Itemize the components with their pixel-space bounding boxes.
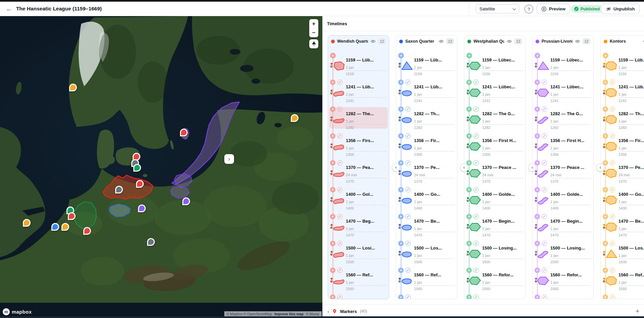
insert-event-button[interactable]: + xyxy=(603,187,608,192)
insert-event-button[interactable]: + xyxy=(603,133,608,139)
timeline-event[interactable]: 1282 — The G...1 jan1282 xyxy=(464,110,525,130)
hidden-event-icon[interactable] xyxy=(405,268,411,273)
timeline-event[interactable]: 1400 — Golde...1 jan1400 xyxy=(464,191,525,211)
map-marker-gray[interactable] xyxy=(115,186,123,193)
insert-event-button[interactable]: + xyxy=(535,214,540,219)
map-marker-purple[interactable] xyxy=(138,205,146,212)
insert-event-button[interactable]: + xyxy=(466,268,472,273)
prussian-region-south[interactable] xyxy=(171,186,189,198)
timeline-event[interactable]: 1356 — Fir...1 jan1356 xyxy=(396,137,457,157)
hidden-event-icon[interactable] xyxy=(542,106,547,112)
insert-event-button[interactable]: + xyxy=(603,241,608,246)
timeline-event[interactable]: 1159 — Lüb...1 jan1159 xyxy=(396,57,457,76)
hidden-event-icon[interactable] xyxy=(405,187,411,192)
zoom-out-button[interactable]: − xyxy=(309,28,318,37)
map-marker-purple[interactable] xyxy=(182,197,190,205)
insert-event-button[interactable]: + xyxy=(466,106,472,112)
hidden-event-icon[interactable] xyxy=(405,160,411,166)
hidden-event-icon[interactable] xyxy=(405,80,411,85)
hidden-event-icon[interactable] xyxy=(542,294,547,299)
collapse-column-button[interactable]: ‹ xyxy=(596,164,604,172)
visibility-icon[interactable] xyxy=(370,39,376,44)
map-canvas[interactable]: + − › m mapbox © Mapbox © OpenStreetMap … xyxy=(0,16,322,318)
timeline-event[interactable]: 1470 — Beg...1 jan1470 xyxy=(328,218,389,237)
insert-event-button[interactable]: + xyxy=(603,214,608,219)
hidden-event-icon[interactable] xyxy=(337,106,342,112)
timeline-column-header[interactable]: Kontors12 xyxy=(601,36,644,47)
compass-button[interactable] xyxy=(309,39,318,48)
hidden-event-icon[interactable] xyxy=(405,106,411,112)
hidden-event-icon[interactable] xyxy=(337,80,342,85)
insert-event-button[interactable]: + xyxy=(466,80,472,85)
markers-expand-chevron[interactable]: › xyxy=(327,309,329,314)
timeline-event[interactable]: 1500 — Los...1 jan1500 xyxy=(396,245,457,264)
visibility-icon[interactable] xyxy=(575,39,580,44)
insert-event-button[interactable]: + xyxy=(535,80,540,85)
timeline-event[interactable]: 1500 — Losi...1 jan1500 xyxy=(328,245,389,264)
insert-event-button[interactable]: + xyxy=(330,187,335,192)
insert-event-button[interactable]: + xyxy=(535,294,540,299)
hidden-event-icon[interactable] xyxy=(610,106,615,112)
timeline-event[interactable]: 1470 — Begin...1 jan1470 xyxy=(464,218,525,237)
hidden-event-icon[interactable] xyxy=(405,294,411,299)
timeline-event[interactable]: 1500 — Los...1 jan1500 xyxy=(601,245,644,264)
hidden-event-icon[interactable] xyxy=(473,133,479,139)
hidden-event-icon[interactable] xyxy=(473,187,479,192)
hidden-event-icon[interactable] xyxy=(542,214,547,219)
wendish-region[interactable] xyxy=(103,175,153,199)
hidden-event-icon[interactable] xyxy=(473,241,479,246)
hidden-event-icon[interactable] xyxy=(473,106,479,112)
timeline-event[interactable]: 1282 — Th...1 jan1282 xyxy=(601,110,644,130)
zoom-in-button[interactable]: + xyxy=(309,19,318,28)
hidden-event-icon[interactable] xyxy=(337,268,342,273)
timeline-event[interactable]: 1500 — Losing...1 jan1500 xyxy=(533,245,593,264)
insert-event-button[interactable]: + xyxy=(466,294,472,299)
timeline-event[interactable]: 1241 — Lüb...1 jan1241 xyxy=(328,84,389,103)
hidden-event-icon[interactable] xyxy=(405,214,411,219)
timeline-event[interactable]: 1400 — Golde...1 jan1400 xyxy=(533,191,593,211)
timeline-event[interactable]: 1370 — Pea...24 mei1370 xyxy=(328,164,389,184)
hidden-event-icon[interactable] xyxy=(473,80,479,85)
hidden-event-icon[interactable] xyxy=(610,187,615,192)
insert-event-button[interactable]: + xyxy=(603,106,608,112)
insert-event-button[interactable]: + xyxy=(603,80,608,85)
map-marker-orange[interactable] xyxy=(23,219,31,227)
insert-event-button[interactable]: + xyxy=(398,187,404,192)
timeline-event[interactable]: 1560 — Refor...1 jan1560 xyxy=(533,272,593,291)
insert-event-button[interactable]: + xyxy=(535,268,540,273)
hidden-event-icon[interactable] xyxy=(542,160,547,166)
timeline-event[interactable]: 1560 — Refor...1 jan1560 xyxy=(464,272,525,291)
timeline-column-header[interactable]: Wendish Quarter12 xyxy=(328,36,389,47)
hidden-event-icon[interactable] xyxy=(337,214,342,219)
timeline-event[interactable]: 1356 — First H...1 jan1356 xyxy=(533,137,593,157)
insert-event-button[interactable]: + xyxy=(535,187,540,192)
map-marker-red[interactable] xyxy=(180,129,188,136)
back-button[interactable]: ← xyxy=(5,5,13,13)
timeline-event[interactable]: 1400 — Go...1 jan1400 xyxy=(601,191,644,211)
insert-event-button[interactable]: + xyxy=(535,106,540,112)
markers-bar[interactable]: › Markers (40) + xyxy=(323,304,644,318)
add-marker-button[interactable]: + xyxy=(636,308,639,315)
timeline-event[interactable]: 1356 — Fir...1 jan1356 xyxy=(601,137,644,157)
timeline-event[interactable]: 1370 — Pe...24 mei1370 xyxy=(396,164,457,184)
insert-event-button[interactable]: + xyxy=(603,294,608,299)
prussian-region-north[interactable] xyxy=(174,174,192,188)
hidden-event-icon[interactable] xyxy=(542,187,547,192)
timeline-column-header[interactable]: Westphalian Quar...12 xyxy=(464,36,525,47)
timeline-event[interactable]: 1356 — First H...1 jan1356 xyxy=(464,137,525,157)
timeline-event[interactable]: 1159 — Lüb...1 jan1159 xyxy=(328,57,389,76)
timeline-event[interactable]: 1470 — Begin...1 jan1470 xyxy=(533,218,593,237)
saxon-region[interactable] xyxy=(109,204,130,217)
map-marker-orange[interactable] xyxy=(291,114,298,122)
insert-event-button[interactable]: + xyxy=(535,133,540,139)
hidden-event-icon[interactable] xyxy=(610,214,615,219)
help-button[interactable]: ? xyxy=(524,5,533,13)
map-marker-red[interactable] xyxy=(68,212,76,220)
hidden-event-icon[interactable] xyxy=(610,133,615,139)
timeline-event[interactable]: 1159 — Lüb...1 jan1159 xyxy=(601,57,644,76)
timeline-event[interactable]: 1500 — Losing...1 jan1500 xyxy=(464,245,525,264)
visibility-icon[interactable] xyxy=(507,39,512,44)
timeline-event[interactable]: 1400 — Go...1 jan1400 xyxy=(396,191,457,211)
hidden-event-icon[interactable] xyxy=(610,160,615,166)
hidden-event-icon[interactable] xyxy=(405,241,411,246)
